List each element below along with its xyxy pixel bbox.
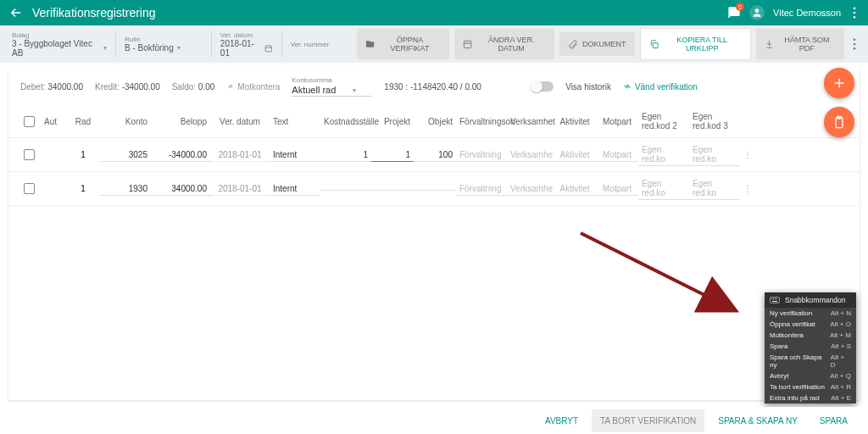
svg-rect-6 <box>465 41 471 47</box>
clipboard-icon <box>832 115 846 129</box>
attachment-icon <box>568 39 578 49</box>
shortcut-item: Spara och Skapa nyAlt + D <box>765 352 856 370</box>
historik-toggle[interactable] <box>531 81 554 92</box>
svg-point-9 <box>854 38 856 41</box>
shortcut-item: Extra info på radAlt + E <box>765 392 856 403</box>
shortcut-item: SparaAlt + S <box>765 341 856 352</box>
svg-rect-19 <box>776 298 777 299</box>
copy-clipboard-button[interactable]: KOPIERA TILL URKLIPP <box>640 28 751 60</box>
save-create-button[interactable]: SPARA & SKAPA NY <box>709 409 806 432</box>
calendar-icon <box>463 39 472 49</box>
folder-icon <box>365 39 375 49</box>
arrow-annotation <box>576 229 746 331</box>
paste-fab[interactable] <box>824 107 854 137</box>
badge-count: 0 <box>736 3 744 11</box>
shortcut-panel: Snabbkommandon Ny verifikationAlt + NÖpp… <box>765 292 856 403</box>
filter-bar: Bolag 3 - Byggbolaget Vitec AB▾ Rutin B … <box>0 25 868 63</box>
historik-label: Visa historik <box>565 82 611 92</box>
chevron-down-icon: ▾ <box>353 86 356 94</box>
calendar-icon <box>264 44 272 53</box>
cancel-button[interactable]: AVBRYT <box>537 409 587 432</box>
bolag-select[interactable]: Bolag 3 - Byggbolaget Vitec AB▾ <box>8 30 110 59</box>
svg-point-11 <box>854 47 856 50</box>
svg-rect-15 <box>771 298 780 303</box>
footer-actions: AVBRYT TA BORT VERIFIKATION SPARA & SKAP… <box>0 407 868 434</box>
shortcut-item: Ta bort verifikationAlt + R <box>765 381 856 392</box>
delete-button[interactable]: TA BORT VERIFIKATION <box>592 409 704 432</box>
table-row[interactable]: 1 3025 -34000.00 2018-01-01 Internt 1 1 … <box>8 138 860 172</box>
more-actions-icon[interactable] <box>849 35 860 53</box>
svg-point-2 <box>854 12 856 14</box>
open-verifikat-button[interactable]: ÖPPNA VERIFIKAT <box>357 29 449 59</box>
shortcut-item: MotkonteraAlt + M <box>765 330 856 341</box>
row-menu-icon[interactable]: ⋮ <box>740 148 750 161</box>
reverse-icon <box>623 82 632 91</box>
shortcut-item: AvbrytAlt + Q <box>765 370 856 381</box>
svg-rect-16 <box>771 298 772 299</box>
shortcut-item: Öppna verifikatAlt + O <box>765 319 856 330</box>
svg-point-1 <box>854 7 856 9</box>
balance-text: 1930 : -1148420.40 / 0.00 <box>384 82 481 92</box>
page-title: Verifikationsregistrering <box>32 6 727 19</box>
entries-table: Aut Rad Konto Belopp Ver. datum Text Kos… <box>8 105 860 206</box>
svg-rect-8 <box>653 43 658 48</box>
svg-point-0 <box>755 8 760 13</box>
keyboard-icon <box>770 296 780 304</box>
vand-verifikation-button[interactable]: Vänd verifikation <box>623 82 698 92</box>
copy-icon <box>649 39 659 49</box>
verdatum-label: Ver. datum <box>220 31 273 39</box>
svg-point-3 <box>854 16 856 19</box>
rutin-select[interactable]: Rutin B - Bokföring▾ <box>121 34 206 54</box>
chevron-down-icon: ▾ <box>177 44 181 52</box>
add-fab[interactable] <box>824 68 854 98</box>
svg-rect-4 <box>266 45 272 51</box>
motkontera-button[interactable]: Motkontera <box>226 82 280 92</box>
verdatum-input[interactable]: Ver. datum 2018-01-01 <box>217 30 276 59</box>
more-icon[interactable] <box>849 3 860 22</box>
svg-line-14 <box>581 233 733 309</box>
vernummer-label: Ver. nummer <box>291 41 343 48</box>
row-checkbox[interactable] <box>24 149 35 160</box>
download-icon <box>765 39 774 49</box>
app-bar: Verifikationsregistrering 0 Vitec Demoss… <box>0 0 868 25</box>
plus-icon <box>832 75 847 91</box>
table-row[interactable]: 1 1930 34000.00 2018-01-01 Internt Förva… <box>8 172 860 206</box>
row-menu-icon[interactable]: ⋮ <box>740 182 750 195</box>
summary-bar: Debet: 34000.00 Kredit: -34000.00 Saldo:… <box>8 68 860 105</box>
row-checkbox[interactable] <box>24 183 35 194</box>
svg-rect-18 <box>775 298 776 299</box>
change-date-button[interactable]: ÄNDRA VER. DATUM <box>454 29 554 59</box>
document-button[interactable]: DOKUMENT <box>559 32 635 56</box>
notifications-icon[interactable]: 0 <box>727 6 741 19</box>
bolag-label: Bolag <box>12 31 107 39</box>
svg-rect-20 <box>772 301 777 302</box>
save-button[interactable]: SPARA <box>811 409 856 432</box>
user-name: Vitec Demosson <box>773 8 841 18</box>
chevron-down-icon: ▾ <box>103 44 107 52</box>
svg-rect-17 <box>773 298 774 299</box>
svg-point-10 <box>854 43 856 46</box>
download-pdf-button[interactable]: HÄMTA SOM PDF <box>756 29 844 59</box>
select-all-checkbox[interactable] <box>24 116 35 127</box>
kontosumma-select[interactable]: Kontosumma Aktuell rad▾ <box>292 76 372 97</box>
avatar-icon[interactable] <box>749 5 765 20</box>
shortcut-item: Ny verifikationAlt + N <box>765 308 856 319</box>
vernummer-input[interactable]: Ver. nummer <box>287 39 347 50</box>
back-icon[interactable] <box>8 5 24 20</box>
table-header: Aut Rad Konto Belopp Ver. datum Text Kos… <box>8 105 860 138</box>
rutin-label: Rutin <box>125 36 203 43</box>
swap-icon <box>226 82 235 91</box>
